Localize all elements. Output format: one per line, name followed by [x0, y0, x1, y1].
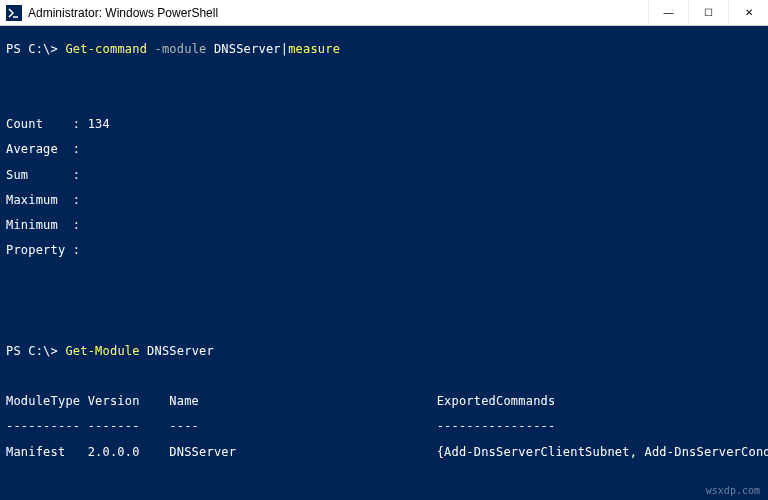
- minimize-button[interactable]: —: [648, 0, 688, 25]
- measure-output: Maximum :: [6, 194, 762, 207]
- window-title: Administrator: Windows PowerShell: [28, 6, 648, 20]
- blank-line: [6, 68, 762, 81]
- blank-line: [6, 370, 762, 383]
- watermark: wsxdp.com: [706, 485, 760, 496]
- prompt: PS C:\>: [6, 344, 65, 358]
- blank-line: [6, 294, 762, 307]
- measure-output: Sum :: [6, 169, 762, 182]
- table-row: Manifest 2.0.0.0 DNSServer {Add-DnsServe…: [6, 446, 762, 459]
- terminal-area[interactable]: PS C:\> Get-command -module DNSServer|me…: [0, 26, 768, 500]
- cmdlet: measure: [288, 42, 340, 56]
- measure-output: Average :: [6, 143, 762, 156]
- cmdlet: Get-Module: [65, 344, 139, 358]
- close-button[interactable]: ✕: [728, 0, 768, 25]
- blank-line: [6, 320, 762, 333]
- blank-line: [6, 269, 762, 282]
- table-header: ModuleType Version Name ExportedCommands: [6, 395, 762, 408]
- measure-output: Property :: [6, 244, 762, 257]
- blank-line: [6, 496, 762, 500]
- powershell-icon: [6, 5, 22, 21]
- blank-line: [6, 471, 762, 484]
- command-line-2: PS C:\> Get-Module DNSServer: [6, 345, 762, 358]
- parameter-flag: -module: [147, 42, 214, 56]
- cmdlet: Get-command: [65, 42, 147, 56]
- measure-output: Minimum :: [6, 219, 762, 232]
- table-divider: ---------- ------- ---- ----------------: [6, 420, 762, 433]
- prompt: PS C:\>: [6, 42, 65, 56]
- measure-output: Count : 134: [6, 118, 762, 131]
- module-name: DNSServer: [140, 344, 214, 358]
- module-name: DNSServer: [214, 42, 281, 56]
- window-controls: — ☐ ✕: [648, 0, 768, 25]
- command-line-1: PS C:\> Get-command -module DNSServer|me…: [6, 43, 762, 56]
- titlebar[interactable]: Administrator: Windows PowerShell — ☐ ✕: [0, 0, 768, 26]
- maximize-button[interactable]: ☐: [688, 0, 728, 25]
- blank-line: [6, 93, 762, 106]
